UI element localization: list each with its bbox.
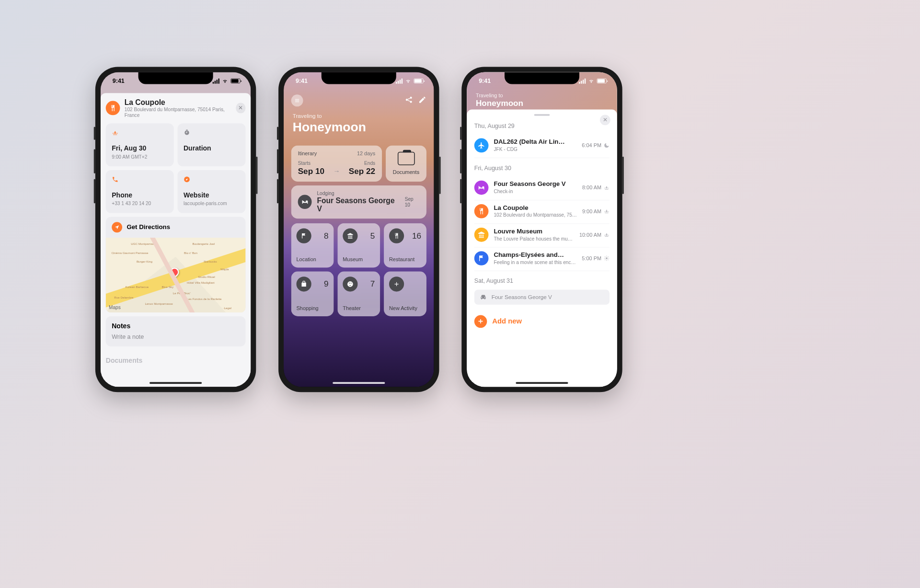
museum-icon: [474, 228, 489, 242]
notes-heading: Notes: [112, 322, 240, 330]
website-card[interactable]: Website lacoupole-paris.com: [178, 170, 246, 213]
notes-card[interactable]: Notes Write a note: [106, 316, 246, 346]
menu-button[interactable]: [291, 94, 303, 106]
documents-heading: Documents: [106, 357, 246, 365]
duration-card[interactable]: Duration: [178, 123, 246, 166]
tile-count: 9: [324, 279, 329, 289]
signal-icon: [213, 78, 219, 83]
date-value: Fri, Aug 30: [112, 144, 168, 152]
map-poi: Korean Barbecue: [126, 286, 149, 289]
map-poi: Rue Delambre: [114, 296, 133, 299]
restaurant-icon: [106, 101, 120, 115]
itinerary-card[interactable]: Itinerary 12 days Starts Ends Sep 10 → S…: [291, 145, 382, 182]
event-title: Four Seasons George V: [494, 180, 577, 188]
add-new-button[interactable]: ＋ Add new: [474, 315, 610, 328]
home-indicator[interactable]: [516, 382, 568, 384]
tile-label: Restaurant: [389, 256, 421, 262]
map-poi: UGC Montparnasse: [131, 242, 157, 245]
end-date: Sep 22: [349, 166, 375, 176]
phone-icon: [112, 176, 168, 184]
theater-icon: [343, 277, 357, 291]
sheet-grabber[interactable]: [534, 114, 550, 116]
map-poi: Boulangerie Joel: [193, 242, 215, 245]
phone-mock-2: 9:41 Traveling to Honeymoon Itinerary: [278, 67, 439, 392]
folder-icon: [398, 152, 415, 165]
bag-icon: [297, 277, 311, 291]
home-indicator[interactable]: [150, 382, 202, 384]
map-poi: Studio Rituel: [198, 275, 215, 278]
tile-museum[interactable]: 5 Museum: [337, 223, 380, 267]
tile-count: 8: [324, 231, 329, 241]
day-header: Fri, August 30: [474, 165, 610, 172]
event-title: Champs-Elysées and…: [494, 251, 576, 259]
sunrise-icon: [604, 184, 610, 190]
tile-shopping[interactable]: 9 Shopping: [291, 271, 334, 316]
itinerary-label: Itinerary: [298, 150, 317, 156]
stay-row[interactable]: Four Seasons George V: [474, 289, 610, 304]
event-title: DAL262 (Delta Air Lin…: [494, 138, 576, 146]
date-sub: 9:00 AM GMT+2: [112, 154, 168, 160]
flag-icon: [297, 228, 311, 243]
plus-icon: [389, 277, 404, 291]
event-row[interactable]: La Coupole 102 Boulevard du Montparnasse…: [474, 200, 610, 224]
documents-card[interactable]: Documents: [386, 145, 426, 182]
event-sub: JFK - CDG: [494, 146, 576, 152]
plane-icon: [474, 138, 489, 152]
sunrise-icon: [604, 231, 610, 237]
map-poi: Bio c' Bon: [184, 251, 197, 254]
map-poi: Hôtel Villa Modigliani: [187, 281, 215, 284]
website-url: lacoupole-paris.com: [184, 200, 240, 206]
itinerary-sheet: ✕ Thu, August 29 DAL262 (Delta Air Lin… …: [467, 109, 617, 387]
tile-count: 5: [370, 231, 375, 241]
get-directions-button[interactable]: Get Directions: [106, 217, 246, 238]
event-row[interactable]: DAL262 (Delta Air Lin… JFK - CDG 6:04 PM: [474, 134, 610, 158]
tile-restaurant[interactable]: 16 Restaurant: [384, 223, 426, 267]
event-time: 10:00 AM: [579, 231, 601, 237]
close-button[interactable]: ✕: [600, 115, 610, 125]
map-preview[interactable]: UGC Montparnasse Boulangerie Joel Cinéma…: [106, 238, 246, 312]
museum-icon: [343, 228, 357, 243]
sunrise-icon: [604, 208, 610, 214]
event-row[interactable]: Four Seasons George V Check-in 8:00 AM: [474, 177, 610, 200]
close-button[interactable]: ✕: [236, 103, 245, 113]
map-poi: Burger King: [137, 260, 152, 263]
home-indicator[interactable]: [333, 382, 385, 384]
tile-location[interactable]: 8 Location: [291, 223, 334, 267]
flag-icon: [474, 251, 489, 265]
tile-count: 7: [370, 279, 375, 289]
plus-icon: ＋: [474, 315, 487, 328]
tile-label: Shopping: [297, 305, 329, 311]
wifi-icon: [222, 78, 229, 83]
lodging-card[interactable]: Lodging Four Seasons George V Sep 10: [291, 185, 426, 218]
map-poi: Cinéma Gaumont Parnasse: [111, 251, 148, 254]
date-card[interactable]: Fri, Aug 30 9:00 AM GMT+2: [106, 123, 174, 166]
activity-tiles: 8 Location 5 Museum 16 Restaurant 9 Shop…: [291, 223, 426, 316]
event-row[interactable]: Louvre Museum The Louvre Palace houses t…: [474, 224, 610, 247]
fork-icon: [389, 228, 404, 243]
place-address: 102 Boulevard du Montparnasse, 75014 Par…: [125, 107, 231, 118]
event-row[interactable]: Champs-Elysées and… Feeling in a movie s…: [474, 247, 610, 271]
share-button[interactable]: [405, 95, 413, 105]
event-time: 8:00 AM: [582, 184, 601, 190]
duration-label: Duration: [184, 144, 240, 152]
battery-icon: [230, 79, 240, 83]
tile-theater[interactable]: 7 Theater: [337, 271, 380, 316]
documents-label: Documents: [393, 169, 419, 175]
event-sub: 102 Boulevard du Montparnasse, 75014 Par…: [494, 212, 577, 218]
tile-label: Theater: [343, 305, 375, 311]
status-time: 9:41: [479, 78, 491, 84]
battery-icon: [414, 79, 423, 83]
trip-subtitle: Traveling to: [476, 92, 523, 98]
phone-card[interactable]: Phone +33 1 43 20 14 20: [106, 170, 174, 213]
event-title: La Coupole: [494, 204, 577, 211]
start-date: Sep 10: [298, 166, 324, 176]
compass-icon: [184, 176, 240, 184]
tile-add-activity[interactable]: New Activity: [384, 271, 426, 316]
event-sub: Check-in: [494, 189, 577, 195]
itinerary-days: 12 days: [357, 150, 375, 156]
stay-label: Four Seasons George V: [492, 294, 552, 300]
trip-title: Honeymoon: [476, 98, 523, 108]
map-poi: Wajda: [220, 267, 229, 271]
edit-button[interactable]: [418, 95, 426, 105]
wifi-icon: [405, 78, 412, 83]
